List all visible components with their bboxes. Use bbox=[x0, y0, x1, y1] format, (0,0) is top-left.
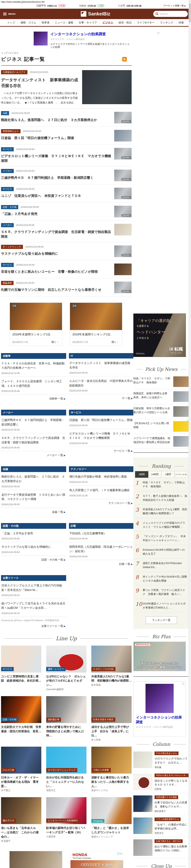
category-badge[interactable]: クルマ三昧 bbox=[1, 768, 16, 772]
article-title[interactable]: サスティナブルな取り組みを積極的に bbox=[1, 251, 112, 256]
article-thumbnail[interactable]: SankeiBiz bbox=[114, 148, 132, 159]
ad-title[interactable]: 2018年末週間ランキング1位 bbox=[10, 330, 62, 339]
category-header[interactable]: 企業リリース bbox=[1, 575, 66, 581]
ad-info-icon[interactable]: ⓘ bbox=[182, 682, 184, 686]
ranking-title[interactable]: 温世仁文教基金会がNXTEducator Global Ed… bbox=[143, 561, 187, 569]
article-thumbnail[interactable]: SankeiBiz bbox=[114, 169, 132, 181]
category-more-link[interactable]: 話題・その他 一覧 ▶ bbox=[1, 556, 66, 561]
category-badge[interactable]: サービス bbox=[1, 263, 14, 267]
article-title[interactable]: ユニゾ 従業員らが買収へ 米投資ファンドとＴＯＢ bbox=[1, 193, 112, 198]
nav-item[interactable]: 経済・政治 bbox=[116, 21, 134, 24]
ad-card[interactable]: 広告 ⓘ ✕ 2018年末週間ランキング1位 高知県四万十町 開く 〉 bbox=[10, 303, 62, 346]
category-more-link[interactable]: 金融 一覧 ▶ bbox=[1, 508, 66, 514]
column-badge[interactable]: ミラノの創作系男子たち bbox=[155, 817, 181, 821]
ad-open-button[interactable]: 開く 〉 bbox=[52, 341, 60, 344]
category-badge[interactable]: 大家俊夫のヘルスアイ bbox=[1, 70, 27, 74]
pickup-item[interactable]: ジブリパークで連携協議会 地域活性化へ愛知県と周辺自治体 bbox=[133, 434, 189, 449]
ranking-title[interactable]: 『ディズニー ポップタウン』 年末年始スペシャルキャンペーン… bbox=[143, 534, 187, 542]
article-title[interactable]: ビデオスロット機シリーズ稼働 ＤＹＪＨとＷＥＩＫＥ マカオで３機種展開 bbox=[1, 154, 112, 163]
ranking-title[interactable]: ＮＴＴ、数千人規模の構造改革へ 海外統括会社で１００人削減 bbox=[143, 494, 187, 502]
category-badge[interactable]: メーカー bbox=[1, 223, 14, 227]
rss-icon[interactable] bbox=[122, 57, 127, 61]
category-header[interactable]: サービス bbox=[69, 410, 133, 415]
column-item[interactable]: 元受付嬢ＣＥＯの視線 仕事で自信がない人の共通点 過剰なアクセサ… 橋本真里子 bbox=[133, 793, 189, 815]
ranking-tab[interactable]: ソーシャル bbox=[174, 471, 188, 478]
category-badge[interactable]: ＣＡのここだけの話 bbox=[91, 667, 116, 671]
column-badge[interactable]: 元受付嬢ＣＥＯの視線 bbox=[155, 796, 178, 799]
article-thumbnail[interactable]: SankeiBiz bbox=[114, 112, 132, 123]
scroll-up-icon[interactable]: ▲ bbox=[189, 0, 190, 2]
article-title[interactable]: 郵政社長ら３人、進退問題へ ２７日に処分 ３カ月業務停止か bbox=[1, 474, 66, 483]
ranking-title[interactable]: 外資系新人CAのリアルな1週間 長距離便の機内が相撲部屋に？ bbox=[143, 507, 187, 516]
lineup-card[interactable]: 節約家計簿 来年の貯蓄を増やすために 増税前のまとめ買いで嵩んだ特… bbox=[46, 696, 87, 741]
market-info-link[interactable]: マーケット情報一覧 ▶ bbox=[163, 4, 186, 7]
category-badge[interactable]: 金融 bbox=[1, 111, 9, 115]
nav-item[interactable]: 連載・コラム bbox=[18, 21, 39, 24]
category-badge[interactable]: Shopping bbox=[91, 819, 104, 823]
career-ad[interactable]: 「キャリアの選択肢」 を提案する ヘッドハンター と出会える PERSOL iX… bbox=[133, 313, 186, 357]
ranking-tab[interactable]: 1時間 bbox=[135, 471, 148, 478]
scrollbar-thumb[interactable] bbox=[189, 3, 191, 22]
column-badge[interactable]: デキる男は住まいから bbox=[155, 751, 179, 755]
category-more-link[interactable]: テクノロジー 一覧 ▶ bbox=[69, 499, 133, 505]
ranking-item[interactable]: 6 Ericksonが2019年の韓国山林庁への納入を完了 bbox=[135, 545, 188, 559]
lineup-card[interactable]: 趣味・レジャー なぜ911じゃない？ ポルシェが初のフルEVにあえてセダン… S… bbox=[46, 646, 87, 691]
pickup-item[interactable]: 特急「ＨＹＤＥ サザン」で和歌山ＰＲ 南海電鉄 bbox=[133, 374, 189, 389]
category-more-link[interactable]: 企業リリース 一覧 ▶ bbox=[1, 622, 66, 628]
site-logo[interactable]: SankeiBiz bbox=[81, 11, 110, 17]
category-badge[interactable]: 高論卓説 bbox=[1, 281, 13, 285]
ad-open-button[interactable]: 開く 〉 bbox=[112, 341, 120, 344]
card-title[interactable]: 日本カー・オブ・ザ・イヤーが最高権威である理由 選考委… bbox=[1, 775, 41, 788]
category-header[interactable]: IT bbox=[69, 353, 133, 359]
article-thumbnail[interactable]: SankeiBiz bbox=[114, 188, 132, 199]
article-title[interactable]: 日遊協 第１回「明日の遊技機フォーラム」開催 bbox=[69, 418, 133, 422]
ad-close-icon[interactable]: ⓘ ✕ bbox=[117, 852, 122, 855]
lineup-card[interactable]: ビジネスパーソン大航海時代 駐車場の新時代を切り拓く“パーキング王子”～航海（1… bbox=[46, 797, 87, 842]
toto-ad[interactable]: ⓘ 公式／TOTOのバスルーム 詳しくはこちら TOTO株式会社 bbox=[9, 851, 62, 868]
adchoices-icon[interactable]: ⓘ bbox=[157, 32, 160, 35]
article-title[interactable]: データサイエンティスト 新事業構築の成否握る存在 bbox=[69, 361, 133, 370]
article-title[interactable]: 「正論」２月号あす発売 bbox=[1, 212, 112, 216]
pickup-title[interactable]: 特急「ＨＹＤＥ サザン」で和歌山ＰＲ 南海電鉄 bbox=[133, 376, 173, 384]
ad-info-icon[interactable]: ⓘ bbox=[59, 852, 61, 855]
ad-title[interactable]: 2018年末週間ランキング1位 bbox=[70, 330, 122, 339]
ranking-item[interactable]: 4 ジェンスクリプトの中国最大のプラスミド・ウイルス施設が稼働開… bbox=[135, 518, 188, 532]
article-title[interactable]: 郵政社長ら３人、進退問題へ ２７日に処分 ３カ月業務停止か bbox=[1, 118, 112, 122]
article-title[interactable]: 有人月探査に７０億円、ｉＰＳ備蓄事業は継続 bbox=[69, 488, 133, 493]
nav-item[interactable]: 仕事・キャリア bbox=[76, 21, 100, 24]
category-more-link[interactable]: メーカー 一覧 ▶ bbox=[1, 451, 66, 457]
ad-close-icon[interactable]: ⓘ ✕ bbox=[116, 304, 121, 307]
article-title[interactable]: ビデオスロット機シリーズ稼働 ＤＹＪＨとＷＥＩＫＥ マカオで３機種展開 bbox=[69, 431, 133, 440]
article-thumbnail[interactable] bbox=[82, 70, 132, 104]
lineup-card[interactable]: サービス コンビニ営業時間の見直し要請 経産省検討会、各社計画… bbox=[1, 646, 41, 691]
breadcrumb-home[interactable]: トップ bbox=[1, 52, 8, 54]
card-title[interactable]: 泥酔すると暴言吐いたり暴力振るったり…人格が豹変する人… bbox=[91, 775, 132, 788]
category-badge[interactable]: 働き方ラボ bbox=[1, 818, 16, 823]
card-title[interactable]: コンビニ営業時間の見直し要請 経産省検討会、各社計画… bbox=[1, 674, 41, 683]
column-title[interactable]: 「なぜ？」の連続が作品に 哲学畑の彼女は問… bbox=[155, 823, 189, 831]
category-badge[interactable]: サービス bbox=[1, 187, 14, 191]
article-title[interactable]: 日遊協 第１回「明日の遊技機フォーラム」開催 bbox=[1, 135, 112, 141]
pickup-title[interactable]: 残業認定、副業の時間も合算 政府、来年にも法改正へ bbox=[133, 391, 173, 399]
category-badge[interactable]: 話題・その他 bbox=[1, 717, 18, 722]
ranking-title[interactable]: ジェンスクリプトの中国最大のプラスミド・ウイルス施設が稼働開… bbox=[143, 521, 187, 529]
column-item[interactable]: デキる男は住まいから そのラベリングで伝わってますか？ お父さん… 香村薫 bbox=[133, 749, 189, 771]
category-more-link[interactable]: IT 一覧 ▶ bbox=[69, 394, 133, 400]
article-title[interactable]: 飛行失敗の宇宙船が帰還 米砂漠地帯に着陸 bbox=[69, 474, 133, 479]
nav-item[interactable]: 特集 bbox=[176, 21, 187, 24]
category-badge[interactable]: 節約家計簿 bbox=[46, 717, 61, 722]
ranking-item[interactable]: 7 温世仁文教基金会がNXTEducator Global Ed… bbox=[135, 558, 188, 572]
category-more-link[interactable]: 訃報 一覧 ▶ bbox=[69, 560, 133, 566]
article-title[interactable]: データサイエンティスト 新事業構築の成否握る存在 bbox=[1, 77, 80, 89]
ranking-title[interactable]: Ericksonが2019年の韓国山林庁への納入を完了 bbox=[143, 548, 187, 556]
category-badge[interactable]: ビジネスパーソン大航海時代 bbox=[46, 818, 79, 823]
ranking-title[interactable]: 特急「ＨＹＤＥ サザン」で和歌山ＰＲ 南海電鉄 bbox=[143, 480, 187, 489]
ranking-tab[interactable]: 24時間 bbox=[148, 471, 161, 478]
column-title[interactable]: 決めることが怖くなくなる ＢＡＤ ＳＴＯＲ… bbox=[155, 779, 189, 787]
category-badge[interactable]: 業界団体だより bbox=[1, 129, 21, 133]
article-title[interactable]: 朝岡良和氏（元北越製紙〈現北越コーポレーション〉副社長） bbox=[69, 545, 133, 553]
category-header[interactable]: メーカー bbox=[1, 410, 66, 415]
article-title[interactable]: 札幌での五輪マラソンに期待 自立したアスリートなら最善尽くせ bbox=[1, 287, 112, 292]
category-badge[interactable]: 話題・その他 bbox=[1, 205, 18, 209]
bizplus-ad[interactable]: 産經Online英会話 英語が話せないあなたのための スピーキング初心者脱出プロ… bbox=[133, 642, 186, 671]
